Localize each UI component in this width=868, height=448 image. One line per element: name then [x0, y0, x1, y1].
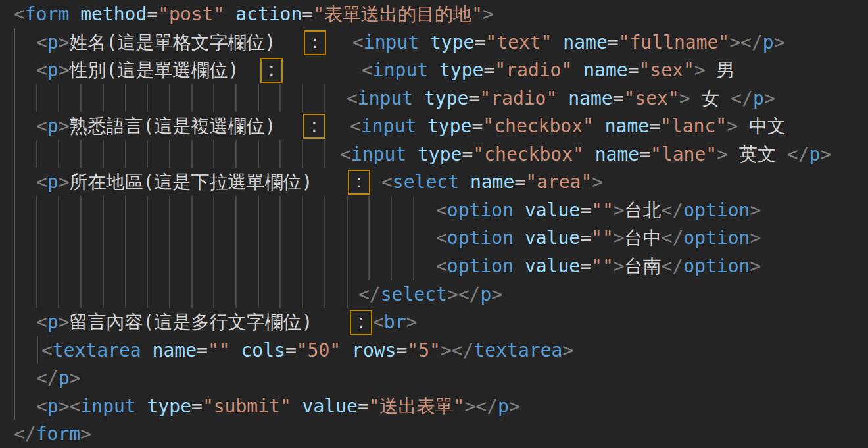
- indent-guide: [391, 196, 392, 224]
- code-editor[interactable]: <form method="post" action="表單送出的目的地"><p…: [0, 0, 868, 448]
- code-segment: <input type="radio" name="sex"> 男: [362, 56, 735, 84]
- token-tag-name: textarea: [53, 339, 141, 361]
- token-tag-name: input: [358, 87, 413, 109]
- token-text: ：: [352, 311, 370, 332]
- token-punctuation: >: [717, 143, 728, 165]
- unicode-highlight-box: ：: [350, 310, 372, 335]
- indent-guide: [14, 56, 15, 84]
- indent-guide: [103, 252, 104, 280]
- token-string: "": [208, 339, 230, 361]
- token-punctuation: >: [774, 32, 785, 53]
- indent-guide: [36, 280, 37, 309]
- code-segment: </p>: [36, 364, 80, 392]
- token-text: 性別(這是單選欄位): [70, 59, 239, 81]
- indent-guide: [279, 196, 281, 224]
- token-punctuation: >: [727, 115, 738, 137]
- token-tag-name: input: [373, 59, 428, 81]
- code-line[interactable]: <option value="">台中</option>: [0, 224, 868, 252]
- token-punctuation: >: [447, 284, 458, 305]
- token-punctuation: <: [36, 171, 47, 193]
- indent-guide: [258, 84, 259, 112]
- indent-guide: [258, 140, 259, 168]
- token-punctuation: >: [80, 423, 91, 445]
- token-attribute-name: type: [424, 87, 468, 109]
- indent-guide: [36, 140, 37, 168]
- token-punctuation: >: [59, 171, 70, 193]
- indent-guide: [235, 280, 237, 309]
- indent-guide: [37, 336, 38, 364]
- indent-guide: [103, 84, 104, 112]
- token-text: [594, 115, 605, 137]
- indent-guide: [14, 364, 15, 392]
- code-line[interactable]: <p>留言內容(這是多行文字欄位)：<br>: [0, 308, 868, 336]
- token-text: [428, 59, 439, 81]
- indent-guide: [213, 140, 214, 168]
- token-text: ：: [262, 59, 281, 80]
- indent-guide: [213, 224, 214, 252]
- token-text: 女: [690, 87, 731, 109]
- indent-guide: [80, 252, 82, 280]
- indent-guide: [279, 224, 281, 252]
- token-attribute-name: value: [525, 199, 580, 221]
- token-equals: =: [302, 3, 313, 25]
- code-line[interactable]: <form method="post" action="表單送出的目的地">: [0, 0, 868, 28]
- token-punctuation: </: [787, 143, 809, 165]
- token-attribute-name: cols: [241, 339, 285, 361]
- indent-guide: [125, 140, 126, 168]
- code-line[interactable]: </form>: [0, 420, 868, 448]
- indent-guide: [258, 280, 259, 309]
- token-equals: =: [285, 339, 297, 361]
- code-line[interactable]: <input type="radio" name="sex"> 女 </p>: [0, 84, 868, 112]
- code-line[interactable]: <option value="">台南</option>: [0, 252, 868, 280]
- code-line[interactable]: <input type="checkbox" name="lane"> 英文 <…: [0, 140, 868, 168]
- token-punctuation: <: [436, 227, 447, 249]
- indent-guide: [36, 84, 37, 112]
- token-punctuation: <: [362, 59, 373, 81]
- code-line[interactable]: </p>: [0, 364, 868, 392]
- token-equals: =: [474, 32, 485, 53]
- unicode-highlight-box: ：: [304, 30, 326, 55]
- token-tag-name: option: [683, 227, 750, 249]
- token-punctuation: >: [750, 227, 761, 249]
- indent-guide: [324, 224, 326, 252]
- code-line[interactable]: <option value="">台北</option>: [0, 196, 868, 224]
- token-punctuation: <: [381, 171, 393, 193]
- token-text: [419, 32, 430, 53]
- token-tag-name: option: [447, 199, 514, 221]
- token-tag-name: p: [498, 395, 509, 417]
- code-line[interactable]: <p><input type="submit" value="送出表單"></p…: [0, 392, 868, 420]
- indent-guide: [347, 252, 348, 280]
- indent-guide: [279, 140, 281, 168]
- token-punctuation: <: [436, 255, 447, 277]
- token-tag-name: p: [47, 311, 59, 333]
- indent-guide: [413, 252, 414, 280]
- token-string: "": [591, 199, 614, 221]
- token-equals: =: [468, 87, 479, 109]
- indent-guide: [302, 84, 303, 112]
- token-text: [584, 143, 595, 165]
- code-line[interactable]: <p>所在地區(這是下拉選單欄位)：<select name="area">: [0, 168, 868, 196]
- code-line[interactable]: <p>姓名(這是單格文字欄位)：<input type="text" name=…: [0, 28, 868, 57]
- token-string: "lane": [650, 143, 717, 165]
- token-punctuation: </: [458, 284, 481, 305]
- indent-guide: [347, 224, 348, 252]
- code-line[interactable]: </select></p>: [0, 280, 868, 309]
- code-line[interactable]: <textarea name="" cols="50" rows="5"></t…: [0, 336, 868, 364]
- token-equals: =: [483, 59, 494, 81]
- token-punctuation: >: [694, 59, 706, 81]
- code-segment: <p>姓名(這是單格文字欄位): [36, 28, 276, 57]
- token-attribute-name: action: [235, 3, 302, 25]
- token-attribute-name: type: [147, 395, 191, 417]
- indent-guide: [103, 224, 104, 252]
- indent-guide: [213, 280, 214, 309]
- indent-guide: [413, 196, 414, 224]
- token-punctuation: </: [36, 367, 59, 389]
- token-string: "": [591, 255, 614, 277]
- indent-guide: [235, 84, 237, 112]
- token-punctuation: <: [36, 311, 47, 333]
- code-line[interactable]: <p>性別(這是單選欄位)：<input type="radio" name="…: [0, 56, 868, 84]
- token-punctuation: <: [14, 3, 25, 25]
- code-line[interactable]: <p>熟悉語言(這是複選欄位)：<input type="checkbox" n…: [0, 112, 868, 140]
- unicode-highlight-box: ：: [260, 58, 283, 83]
- token-attribute-name: value: [525, 255, 580, 277]
